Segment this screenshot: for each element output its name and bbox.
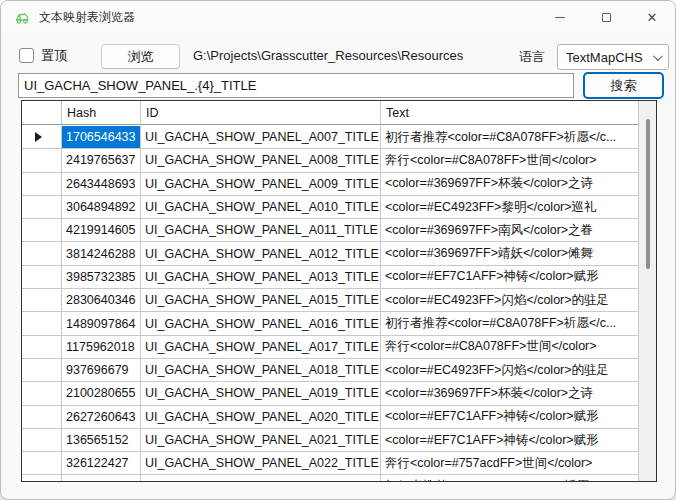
column-header-text[interactable]: Text bbox=[381, 101, 638, 124]
table-row[interactable]: 136565152UI_GACHA_SHOW_PANEL_A021_TITLE<… bbox=[22, 429, 638, 452]
row-header-cell[interactable] bbox=[22, 312, 62, 335]
cell-hash[interactable] bbox=[62, 475, 141, 481]
cell-hash[interactable]: 937696679 bbox=[62, 359, 141, 382]
row-header-cell[interactable] bbox=[22, 452, 62, 475]
cell-text[interactable]: 奔行<color=#757acdFF>世间</color> bbox=[381, 452, 638, 475]
cell-text[interactable]: 初行者推荐<color=#C8A078FF>祈愿</c... bbox=[381, 475, 638, 481]
cell-id[interactable]: UI_GACHA_SHOW_PANEL_A010_TITLE bbox=[141, 196, 381, 219]
row-header-cell[interactable] bbox=[22, 219, 62, 242]
cell-text[interactable]: <color=#369697FF>杯装</color>之诗 bbox=[381, 173, 638, 196]
cell-text[interactable]: <color=#369697FF>南风</color>之眷 bbox=[381, 219, 638, 242]
row-header-cell[interactable] bbox=[22, 126, 62, 149]
cell-hash[interactable]: 1489097864 bbox=[62, 312, 141, 335]
row-header-cell[interactable] bbox=[22, 382, 62, 405]
search-input[interactable] bbox=[18, 73, 574, 98]
column-header-hash[interactable]: Hash bbox=[62, 101, 141, 124]
cell-id[interactable]: UI_GACHA_SHOW_PANEL_A018_TITLE bbox=[141, 359, 381, 382]
cell-text[interactable]: <color=#EF7C1AFF>神铸</color>赋形 bbox=[381, 429, 638, 452]
scrollbar-thumb[interactable] bbox=[646, 119, 650, 269]
cell-hash[interactable]: 4219914605 bbox=[62, 219, 141, 242]
table-row[interactable]: 4219914605UI_GACHA_SHOW_PANEL_A011_TITLE… bbox=[22, 219, 638, 242]
vertical-scrollbar[interactable] bbox=[638, 101, 656, 481]
cell-hash[interactable]: 1706546433 bbox=[62, 126, 141, 149]
table-row[interactable]: 3985732385UI_GACHA_SHOW_PANEL_A013_TITLE… bbox=[22, 266, 638, 289]
row-header-cell[interactable] bbox=[22, 196, 62, 219]
minimize-button[interactable] bbox=[537, 1, 583, 33]
maximize-icon bbox=[602, 13, 611, 22]
cell-hash[interactable]: 2419765637 bbox=[62, 149, 141, 172]
cell-id[interactable]: UI_GACHA_SHOW_PANEL_A012_TITLE bbox=[141, 242, 381, 265]
current-row-indicator-icon bbox=[35, 132, 42, 142]
language-dropdown[interactable]: TextMapCHS bbox=[557, 44, 669, 70]
row-header-cell[interactable] bbox=[22, 475, 62, 481]
table-row[interactable]: 2100280655UI_GACHA_SHOW_PANEL_A019_TITLE… bbox=[22, 382, 638, 405]
row-header-cell[interactable] bbox=[22, 429, 62, 452]
cell-hash[interactable]: 326122427 bbox=[62, 452, 141, 475]
cell-id[interactable]: UI_GACHA_SHOW_PANEL_A021_TITLE bbox=[141, 429, 381, 452]
cell-text[interactable]: <color=#369697FF>杯装</color>之诗 bbox=[381, 382, 638, 405]
cell-text[interactable]: 初行者推荐<color=#C8A078FF>祈愿</c... bbox=[381, 126, 638, 149]
cell-hash[interactable]: 2643448693 bbox=[62, 173, 141, 196]
search-button[interactable]: 搜索 bbox=[583, 72, 664, 99]
cell-hash[interactable]: 3985732385 bbox=[62, 266, 141, 289]
cell-id[interactable]: UI_GACHA_SHOW_PANEL_A011_TITLE bbox=[141, 219, 381, 242]
cell-id[interactable]: UI_GACHA_SHOW_PANEL_A017_TITLE bbox=[141, 336, 381, 359]
table-row[interactable]: 2643448693UI_GACHA_SHOW_PANEL_A009_TITLE… bbox=[22, 173, 638, 196]
table-row[interactable]: 1489097864UI_GACHA_SHOW_PANEL_A016_TITLE… bbox=[22, 312, 638, 335]
cell-text[interactable]: <color=#EC4923FF>闪焰</color>的驻足 bbox=[381, 359, 638, 382]
maximize-button[interactable] bbox=[583, 1, 629, 33]
cell-id[interactable]: UI_GACHA_SHOW_PANEL_A020_TITLE bbox=[141, 406, 381, 429]
row-header-cell[interactable] bbox=[22, 359, 62, 382]
cell-text[interactable]: <color=#EC4923FF>黎明</color>巡礼 bbox=[381, 196, 638, 219]
row-header-cell[interactable] bbox=[22, 266, 62, 289]
cell-id[interactable]: UI_GACHA_SHOW_PANEL_A016_TITLE bbox=[141, 312, 381, 335]
row-header-cell[interactable] bbox=[22, 336, 62, 359]
table-row[interactable]: 初行者推荐<color=#C8A078FF>祈愿</c... bbox=[22, 475, 638, 481]
table-row[interactable]: 2419765637UI_GACHA_SHOW_PANEL_A008_TITLE… bbox=[22, 149, 638, 172]
row-header-cell[interactable] bbox=[22, 242, 62, 265]
chevron-down-icon bbox=[653, 51, 663, 61]
cell-hash[interactable]: 136565152 bbox=[62, 429, 141, 452]
pin-on-top-checkbox[interactable] bbox=[19, 48, 34, 63]
cell-text[interactable]: <color=#EF7C1AFF>神铸</color>赋形 bbox=[381, 266, 638, 289]
cell-hash[interactable]: 2830640346 bbox=[62, 289, 141, 312]
browse-button[interactable]: 浏览 bbox=[101, 44, 180, 69]
cell-text[interactable]: <color=#EC4923FF>闪焰</color>的驻足 bbox=[381, 289, 638, 312]
cell-id[interactable]: UI_GACHA_SHOW_PANEL_A013_TITLE bbox=[141, 266, 381, 289]
row-header-cell[interactable] bbox=[22, 149, 62, 172]
close-icon: ✕ bbox=[647, 11, 658, 24]
close-button[interactable]: ✕ bbox=[629, 1, 675, 33]
cell-id[interactable] bbox=[141, 475, 381, 481]
textmap-table: Hash ID Text 1706546433UI_GACHA_SHOW_PAN… bbox=[21, 100, 657, 482]
column-header-id[interactable]: ID bbox=[141, 101, 381, 124]
cell-id[interactable]: UI_GACHA_SHOW_PANEL_A022_TITLE bbox=[141, 452, 381, 475]
table-row[interactable]: 937696679UI_GACHA_SHOW_PANEL_A018_TITLE<… bbox=[22, 359, 638, 382]
cell-hash[interactable]: 2100280655 bbox=[62, 382, 141, 405]
table-row[interactable]: 1706546433UI_GACHA_SHOW_PANEL_A007_TITLE… bbox=[22, 126, 638, 149]
cell-id[interactable]: UI_GACHA_SHOW_PANEL_A015_TITLE bbox=[141, 289, 381, 312]
table-row[interactable]: 1175962018UI_GACHA_SHOW_PANEL_A017_TITLE… bbox=[22, 336, 638, 359]
cell-text[interactable]: 奔行<color=#C8A078FF>世间</color> bbox=[381, 149, 638, 172]
cell-hash[interactable]: 3814246288 bbox=[62, 242, 141, 265]
cell-hash[interactable]: 1175962018 bbox=[62, 336, 141, 359]
cell-text[interactable]: <color=#EF7C1AFF>神铸</color>赋形 bbox=[381, 406, 638, 429]
row-header-corner[interactable] bbox=[22, 101, 62, 124]
cell-hash[interactable]: 3064894892 bbox=[62, 196, 141, 219]
cell-text[interactable]: 奔行<color=#C8A078FF>世间</color> bbox=[381, 336, 638, 359]
table-row[interactable]: 326122427UI_GACHA_SHOW_PANEL_A022_TITLE奔… bbox=[22, 452, 638, 475]
row-header-cell[interactable] bbox=[22, 173, 62, 196]
app-logo-icon bbox=[14, 9, 31, 26]
cell-text[interactable]: <color=#369697FF>靖妖</color>傩舞 bbox=[381, 242, 638, 265]
row-header-cell[interactable] bbox=[22, 406, 62, 429]
table-row[interactable]: 2627260643UI_GACHA_SHOW_PANEL_A020_TITLE… bbox=[22, 406, 638, 429]
table-row[interactable]: 3814246288UI_GACHA_SHOW_PANEL_A012_TITLE… bbox=[22, 242, 638, 265]
cell-id[interactable]: UI_GACHA_SHOW_PANEL_A019_TITLE bbox=[141, 382, 381, 405]
row-header-cell[interactable] bbox=[22, 289, 62, 312]
table-row[interactable]: 2830640346UI_GACHA_SHOW_PANEL_A015_TITLE… bbox=[22, 289, 638, 312]
cell-id[interactable]: UI_GACHA_SHOW_PANEL_A009_TITLE bbox=[141, 173, 381, 196]
cell-hash[interactable]: 2627260643 bbox=[62, 406, 141, 429]
table-row[interactable]: 3064894892UI_GACHA_SHOW_PANEL_A010_TITLE… bbox=[22, 196, 638, 219]
cell-text[interactable]: 初行者推荐<color=#C8A078FF>祈愿</c... bbox=[381, 312, 638, 335]
cell-id[interactable]: UI_GACHA_SHOW_PANEL_A007_TITLE bbox=[141, 126, 381, 149]
cell-id[interactable]: UI_GACHA_SHOW_PANEL_A008_TITLE bbox=[141, 149, 381, 172]
